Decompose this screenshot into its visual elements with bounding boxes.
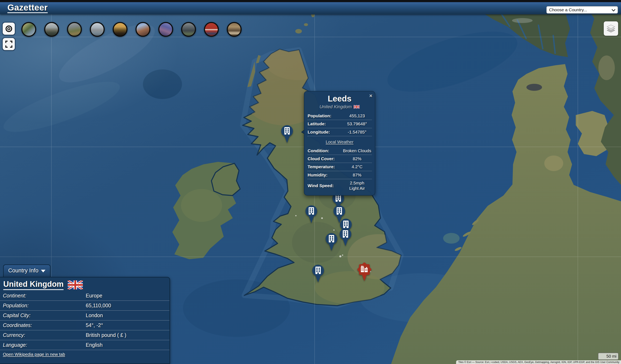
weather-value: 82% (342, 156, 372, 161)
layers-control-button[interactable] (604, 21, 618, 36)
building-icon (279, 123, 295, 144)
photo-thumb-museum-hall[interactable] (227, 22, 242, 37)
popup-row-population: Population: 455,123 (307, 112, 372, 120)
city-icon (357, 262, 372, 282)
weather-row-temperature: Temperature: 4.2°C (307, 163, 372, 171)
country-name: United Kingdom (3, 280, 64, 290)
building-icon (324, 231, 339, 252)
weather-label: Humidity: (307, 173, 342, 177)
stat-value: -1.54785° (342, 129, 372, 135)
uk-flag-icon (68, 280, 83, 289)
popup-city-title: Leeds (304, 94, 375, 103)
wind-speed-description: Light Air (342, 186, 372, 191)
layers-icon (606, 24, 616, 33)
city-popup-leeds: × Leeds United Kingdom Population: 455,1… (304, 91, 375, 196)
country-select-value: Choose a Country... (549, 7, 587, 12)
row-label: Capital City: (3, 313, 86, 318)
photo-thumb-union-jack-shelf[interactable] (204, 22, 219, 37)
country-select[interactable]: Choose a Country... (546, 6, 618, 14)
photo-thumb-storm-mountain[interactable] (181, 22, 196, 37)
stat-label: Longitude: (307, 130, 342, 135)
popup-row-longitude: Longitude: -1.54785° (307, 128, 372, 136)
row-label: Currency: (3, 332, 86, 338)
photo-thumb-quiraing-hills[interactable] (67, 22, 82, 37)
country-info-toggle[interactable]: Country Info (3, 264, 51, 278)
photo-thumb-neist-point-cliffs[interactable] (21, 22, 36, 37)
row-value: English (86, 342, 167, 348)
chevron-down-icon (612, 8, 615, 11)
uk-flag-icon (353, 105, 360, 109)
map-attribution: Tiles © Esri — Source: Esri, i-cubed, US… (456, 360, 621, 364)
weather-value: 87% (342, 172, 372, 178)
row-label: Language: (3, 342, 86, 348)
stat-label: Population: (307, 113, 342, 118)
row-label: Continent: (3, 293, 86, 299)
photo-thumb-tower-bridge-day[interactable] (90, 22, 105, 37)
stat-value: 53.79648° (342, 121, 372, 127)
weather-label: Cloud Cover: (307, 156, 342, 161)
building-icon (304, 203, 319, 224)
building-icon (310, 263, 326, 283)
popup-weather-table: Condition: Broken Clouds Cloud Cover: 82… (307, 147, 372, 192)
app-title: Gazetteer (7, 3, 48, 13)
country-row-capital: Capital City: London (0, 311, 170, 320)
country-title-row: United Kingdom (0, 278, 170, 291)
popup-country-label: United Kingdom (320, 104, 352, 110)
country-row-continent: Continent: Europe (0, 291, 170, 301)
photo-thumb-st-pancras[interactable] (136, 22, 150, 37)
close-icon[interactable]: × (369, 93, 372, 98)
row-label: Population: (3, 302, 86, 309)
fullscreen-button[interactable] (3, 38, 15, 50)
popup-row-latitude: Latitude: 53.79648° (307, 120, 372, 128)
wind-speed-value: 2.5mph (342, 180, 372, 186)
country-info-label: Country Info (8, 268, 38, 274)
row-value: London (86, 313, 167, 318)
row-value: 54°, -2° (86, 322, 167, 328)
country-info-panel: United Kingdom Continent: Europe Populat… (0, 277, 170, 364)
fullscreen-icon (5, 41, 12, 48)
row-value: British pound ( £ ) (86, 332, 167, 338)
target-icon (5, 25, 13, 33)
map-scale-control: 50 mi (598, 353, 619, 360)
weather-row-humidity: Humidity: 87% (307, 171, 372, 179)
locate-button[interactable] (3, 23, 15, 35)
chevron-down-icon (41, 270, 45, 272)
country-row-population: Population: 65,110,000 (0, 301, 170, 311)
weather-value: Broken Clouds (342, 148, 372, 153)
gazetteer-app: Gazetteer Choose a Country... (0, 0, 621, 364)
row-value: 65,110,000 (86, 302, 167, 309)
weather-label: Temperature: (307, 164, 342, 169)
photo-thumb-tyne-bridge-sunset[interactable] (113, 22, 127, 37)
popup-stats-table: Population: 455,123 Latitude: 53.79648° … (307, 112, 372, 136)
country-row-coordinates: Coordinates: 54°, -2° (0, 320, 170, 330)
building-icon (338, 226, 353, 247)
weather-row-condition: Condition: Broken Clouds (307, 147, 372, 155)
row-label: Coordinates: (3, 322, 86, 328)
photo-thumbnail-row (21, 22, 242, 37)
weather-row-wind-speed: Wind Speed: 2.5mph Light Air (307, 179, 372, 192)
wikipedia-link[interactable]: Open Wikipedia page in new tab (3, 352, 65, 357)
photo-thumb-westminster-bridge[interactable] (44, 22, 59, 37)
country-row-language: Language: English (0, 340, 170, 350)
weather-row-cloud-cover: Cloud Cover: 82% (307, 155, 372, 163)
row-value: Europe (86, 293, 167, 299)
weather-value: 2.5mph Light Air (342, 180, 372, 191)
popup-country: United Kingdom (304, 104, 375, 110)
local-weather-heading: Local Weather (304, 140, 375, 144)
top-navbar: Gazetteer Choose a Country... (0, 0, 621, 14)
country-row-currency: Currency: British pound ( £ ) (0, 330, 170, 340)
weather-value: 4.2°C (342, 164, 372, 170)
stat-label: Latitude: (307, 121, 342, 126)
weather-label: Wind Speed: (307, 183, 342, 188)
photo-thumb-tower-bridge-night[interactable] (158, 22, 173, 37)
weather-label: Condition: (307, 148, 342, 153)
stat-value: 455,123 (342, 113, 372, 119)
